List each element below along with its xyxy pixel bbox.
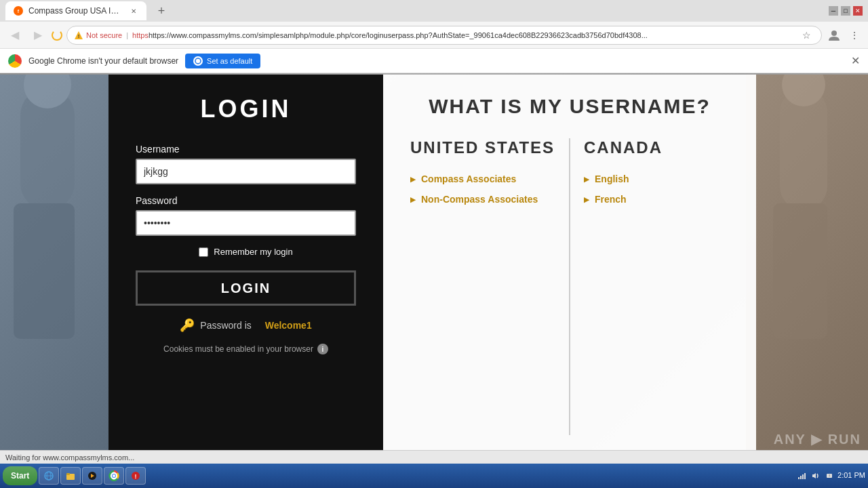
username-label: Username — [136, 144, 356, 155]
username-info-panel: WHAT IS MY USERNAME? UNITED STATES ▶ Com… — [383, 75, 756, 455]
profile-button[interactable] — [826, 27, 842, 43]
password-welcome-value: Welcome1 — [265, 320, 312, 331]
bg-right-person — [746, 75, 868, 472]
new-tab-button[interactable]: + — [152, 1, 171, 20]
maximize-button[interactable]: □ — [841, 6, 850, 16]
us-column: UNITED STATES ▶ Compass Associates ▶ Non… — [397, 138, 570, 435]
tab-favicon: f — [14, 6, 23, 16]
cookies-info-icon[interactable]: i — [317, 344, 328, 354]
system-clock: 2:01 PM — [837, 471, 865, 480]
taskbar-winamp-icon[interactable] — [82, 467, 102, 485]
login-section: LOGIN Username Password Remember my logi… — [108, 75, 756, 455]
start-label: Start — [11, 471, 29, 481]
login-title: LOGIN — [201, 95, 292, 123]
svg-point-23 — [831, 30, 837, 36]
cookies-note: Cookies must be enabled in your browser … — [163, 344, 328, 354]
taskbar-chrome-icon[interactable] — [104, 467, 124, 485]
svg-rect-15 — [804, 473, 806, 479]
us-region-title: UNITED STATES — [410, 138, 555, 157]
browser-menu-button[interactable]: ⋮ — [846, 27, 863, 43]
chrome-logo-icon — [8, 54, 22, 68]
remember-checkbox[interactable] — [199, 247, 208, 257]
back-button[interactable]: ◀ — [5, 26, 24, 45]
taskbar: Start ! — [0, 464, 868, 488]
taskbar-ie-icon[interactable] — [39, 467, 59, 485]
taskbar-folder-icon[interactable] — [60, 467, 81, 485]
security-label: Not secure — [86, 31, 122, 39]
main-content: LOGIN Username Password Remember my logi… — [108, 75, 756, 472]
notification-icon: ! — [824, 470, 835, 481]
svg-rect-14 — [802, 474, 804, 479]
us-link-2: Non-Compass Associates — [421, 194, 538, 205]
set-default-label: Set as default — [207, 57, 252, 65]
password-group: Password — [136, 195, 356, 236]
svg-text:!: ! — [78, 33, 80, 39]
svg-rect-28 — [773, 203, 827, 339]
cookies-text: Cookies must be enabled in your browser — [163, 344, 313, 354]
us-link-1: Compass Associates — [421, 174, 516, 184]
banner-close-button[interactable]: ✕ — [851, 54, 860, 67]
forward-button[interactable]: ▶ — [28, 26, 47, 45]
address-bar[interactable]: ! Not secure | httpshttps://www.compassm… — [66, 26, 822, 45]
english-link[interactable]: ▶ English — [584, 174, 729, 184]
arrow-icon-2: ▶ — [410, 196, 416, 203]
svg-rect-13 — [800, 476, 802, 479]
ca-link-2: French — [595, 194, 627, 205]
arrow-icon-4: ▶ — [584, 196, 589, 203]
bookmark-button[interactable]: ☆ — [798, 27, 814, 43]
login-button[interactable]: LOGIN — [136, 270, 356, 306]
arrow-icon-3: ▶ — [584, 176, 589, 183]
media-icon — [87, 470, 98, 481]
svg-rect-25 — [14, 203, 75, 339]
network-icon — [797, 470, 808, 481]
browser-chrome: f Compass Group USA IdP Login ✕ + ─ □ ✕ … — [0, 0, 868, 73]
chrome-taskbar-icon — [108, 470, 119, 481]
close-window-button[interactable]: ✕ — [853, 6, 863, 16]
region-columns: UNITED STATES ▶ Compass Associates ▶ Non… — [397, 138, 743, 435]
key-icon: 🔑 — [180, 318, 195, 333]
nav-bar: ◀ ▶ ! Not secure | httpshttps://www.comp… — [0, 22, 868, 49]
ca-link-1: English — [595, 174, 629, 184]
non-compass-associates-link[interactable]: ▶ Non-Compass Associates — [410, 194, 555, 205]
browser-tab[interactable]: f Compass Group USA IdP Login ✕ — [5, 1, 146, 20]
svg-rect-4 — [66, 473, 70, 475]
username-group: Username — [136, 144, 356, 184]
svg-text:!: ! — [135, 473, 137, 480]
status-text: Waiting for www.compassmylms.com... — [5, 453, 134, 462]
arrow-icon-1: ▶ — [410, 176, 416, 183]
system-tray: ! 2:01 PM — [797, 470, 865, 481]
login-panel: LOGIN Username Password Remember my logi… — [108, 75, 383, 455]
set-default-icon — [193, 56, 203, 66]
username-input[interactable] — [136, 159, 356, 184]
set-default-button[interactable]: Set as default — [185, 54, 260, 68]
password-hint: 🔑 Password is Welcome1 — [180, 318, 311, 333]
bg-left-person — [0, 75, 108, 472]
security-warning: ! Not secure — [74, 30, 122, 40]
ca-region-title: CANADA — [584, 138, 729, 157]
remember-label: Remember my login — [214, 247, 292, 257]
taskbar-antivirus-icon[interactable]: ! — [125, 467, 146, 485]
tab-close-button[interactable]: ✕ — [129, 6, 138, 16]
password-label: Password — [136, 195, 356, 206]
loading-spinner — [52, 30, 62, 41]
compass-associates-link[interactable]: ▶ Compass Associates — [410, 174, 555, 184]
browser-status-bar: Waiting for www.compassmylms.com... — [0, 450, 868, 464]
minimize-button[interactable]: ─ — [829, 6, 838, 16]
ie-icon — [43, 470, 54, 481]
antivirus-icon: ! — [130, 470, 141, 481]
url-display: httpshttps://www.compassmylms.com/simple… — [132, 31, 794, 39]
tab-title: Compass Group USA IdP Login — [28, 6, 123, 16]
username-info-title: WHAT IS MY USERNAME? — [429, 95, 711, 118]
remember-row: Remember my login — [199, 247, 292, 257]
svg-rect-12 — [798, 477, 800, 479]
ca-column: CANADA ▶ English ▶ French — [570, 138, 743, 435]
banner-message: Google Chrome isn't your default browser — [28, 56, 178, 66]
password-input[interactable] — [136, 210, 356, 236]
svg-point-9 — [113, 474, 115, 477]
start-button[interactable]: Start — [3, 466, 37, 485]
default-browser-banner: Google Chrome isn't your default browser… — [0, 49, 868, 73]
volume-icon — [810, 470, 821, 481]
password-hint-prefix: Password is — [200, 320, 251, 331]
french-link[interactable]: ▶ French — [584, 194, 729, 205]
svg-marker-16 — [812, 473, 816, 479]
